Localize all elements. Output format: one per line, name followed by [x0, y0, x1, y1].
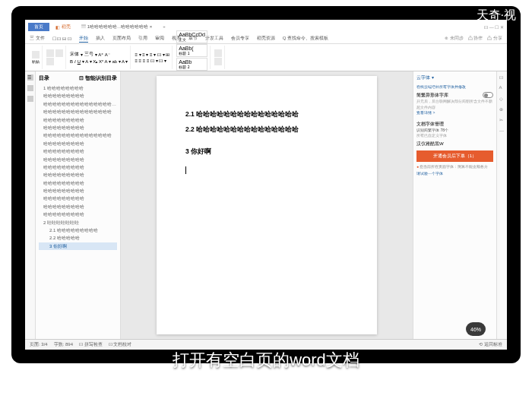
upgrade-button[interactable]: 开通会员后下单（1） [416, 150, 493, 162]
nav-item[interactable]: 哈哈哈哈哈哈哈哈哈 [39, 147, 117, 155]
tab-home[interactable]: 首页 [28, 23, 49, 31]
rpanel-line2: 所有已自定义字体 [416, 133, 493, 139]
video-subtitle: 打开有空白页的word文档 [0, 349, 532, 372]
ribbon-toolbar: 粘贴 宋体 ▾ 三号 ▾ A⁺ A⁻ B I U ▾ A ▾ X₂ X² A ▾… [25, 44, 507, 71]
link-icon[interactable]: ⊕ [499, 106, 505, 112]
nav-item[interactable]: 哈哈哈哈哈哈哈哈哈哈哈哈哈哈哈 [39, 108, 117, 116]
format-painter-icon[interactable] [46, 58, 54, 65]
nav-title: 目录 [39, 74, 49, 82]
sync-status[interactable]: ⊕ 未同步 [445, 35, 464, 42]
rpanel-sec1-body: 开元后，后台联网解决部分简明所含文件不新超文件内容 [416, 99, 493, 110]
zoom-indicator[interactable]: 46% [466, 322, 486, 336]
menu-file[interactable]: 三 文件 [30, 35, 45, 42]
bookmark-icon[interactable] [27, 85, 33, 91]
status-spell[interactable]: ⊡ 拼写检查 [79, 341, 103, 348]
rpanel-header[interactable]: 云字体 ▾ [416, 74, 493, 81]
tab-docer[interactable]: ◧ 稻壳 [52, 23, 74, 31]
quick-access[interactable]: ☐ ⊡ ⊟ ⊡ [52, 36, 71, 41]
nav-item[interactable]: 1 哈哈哈哈哈哈哈哈 [39, 84, 117, 92]
watermark-icon: Q [467, 378, 477, 388]
nav-item[interactable]: 哈哈哈哈哈哈哈哈哈哈哈哈哈哈哈哈哈 [39, 100, 117, 108]
bottom-watermark: Q 天奇生活 [467, 376, 520, 390]
rpanel-sec2-title: 文档字体管理 [416, 122, 444, 126]
copy-icon[interactable] [55, 49, 63, 57]
doc-line: 3 你好啊 [185, 144, 348, 159]
new-tab-button[interactable]: + [160, 24, 169, 29]
menu-layout[interactable]: 页面布局 [112, 35, 131, 42]
right-tool-strip: ⊡ A ◇ ⊕ ✂ ⋯ [496, 71, 507, 339]
rpanel-sec1-title: 简繁异形体字库 [416, 93, 448, 97]
doc-line: 2.2 哈哈哈哈哈哈哈哈哈哈哈哈哈哈哈 [185, 122, 348, 137]
document-area[interactable]: 2.1 哈哈哈哈哈哈哈哈哈哈哈哈哈哈哈 2.2 哈哈哈哈哈哈哈哈哈哈哈哈哈哈哈 … [121, 71, 413, 339]
tab-document[interactable]: ▤ 1哈哈哈哈哈哈...哈哈哈哈哈哈 × [77, 23, 157, 31]
nav-item[interactable]: 2.2 哈哈哈哈哈 [39, 234, 117, 242]
status-back[interactable]: ⟲ 返回标准 [479, 341, 502, 348]
nav-item[interactable]: 2.1 哈哈哈哈哈哈哈哈哈 [39, 226, 117, 234]
clip-icon[interactable]: ✂ [499, 117, 505, 123]
nav-item[interactable]: 哈哈哈哈哈哈哈哈哈 [39, 124, 117, 131]
menu-insert[interactable]: 插入 [96, 35, 105, 42]
more-icon[interactable]: ⋯ [499, 128, 505, 134]
properties-icon[interactable]: ⊡ [499, 74, 505, 81]
menu-start[interactable]: 开始 [79, 35, 88, 43]
shape-icon[interactable]: ◇ [499, 96, 505, 102]
nav-item[interactable]: 哈哈哈哈哈哈哈哈哈 [39, 211, 117, 218]
menu-bar: 三 文件 ☐ ⊡ ⊟ ⊡ 开始 插入 页面布局 引用 审阅 视图 章节 开发工具… [25, 33, 507, 44]
nav-item[interactable]: 哈哈哈哈哈哈哈哈哈 [39, 163, 117, 171]
nav-item[interactable]: 哈哈哈哈哈哈哈哈哈 [39, 179, 117, 187]
size-select[interactable]: 三号 [84, 51, 93, 58]
navigation-pane: 目录⊡ 智能识别目录 1 哈哈哈哈哈哈哈哈哈哈哈哈哈哈哈哈哈哈哈哈哈哈哈哈哈哈哈… [36, 71, 121, 339]
collab-button[interactable]: 凸 协作 [468, 35, 483, 42]
window-controls[interactable]: ⊡ — ☐ ✕ [484, 24, 504, 30]
doc-line: 2.1 哈哈哈哈哈哈哈哈哈哈哈哈哈哈哈 [185, 106, 348, 122]
status-bar: 页面: 3/4 字数: 894 ⊡ 拼写检查 ⊡ 文档校对 ⟲ 返回标准 [25, 339, 507, 350]
document-page[interactable]: 2.1 哈哈哈哈哈哈哈哈哈哈哈哈哈哈哈 2.2 哈哈哈哈哈哈哈哈哈哈哈哈哈哈哈 … [157, 76, 377, 334]
menu-ref[interactable]: 引用 [138, 35, 147, 42]
find-icon[interactable] [214, 49, 222, 57]
rpanel-link[interactable]: 在线云端增补所有字体并修改 [416, 84, 493, 89]
rpanel-hint2[interactable]: 请试验一个字体 [416, 171, 493, 176]
rpanel-font-link[interactable]: 汉仪雅酷黑W [416, 141, 493, 147]
style-gallery[interactable]: AaBbCcDd正文 AaBb(标题 1 AaBb标题 2 AaBbCcD标题 … [174, 46, 211, 69]
nav-item[interactable]: 2 哇哇哇哇哇哇哇 [39, 219, 117, 226]
status-proof[interactable]: ⊡ 文档校对 [109, 341, 132, 348]
outline-icon[interactable]: ☰ [27, 74, 33, 81]
paste-icon[interactable] [32, 51, 40, 59]
style-icon[interactable]: A [499, 85, 505, 91]
rpanel-line1: 识别简繁字体 78个 [416, 128, 493, 134]
share-button[interactable]: 凸 分享 [487, 35, 502, 42]
left-tool-strip: ☰ [25, 71, 36, 339]
text-cursor [185, 166, 186, 174]
nav-item[interactable]: 哈哈哈哈哈哈哈哈哈 [39, 116, 117, 124]
font-select[interactable]: 宋体 [70, 51, 79, 58]
right-panel: 云字体 ▾ 在线云端增补所有字体并修改 简繁异形体字库 开元后，后台联网解决部分… [413, 71, 496, 339]
nav-item[interactable]: 哈哈哈哈哈哈哈哈哈 [39, 140, 117, 147]
toggle-switch[interactable] [483, 92, 493, 98]
comment-icon[interactable] [27, 96, 33, 102]
nav-item[interactable]: 3 你好啊 [39, 242, 117, 250]
nav-item[interactable]: 哈哈哈哈哈哈哈哈哈 [39, 203, 117, 211]
cut-icon[interactable] [46, 49, 54, 57]
nav-item[interactable]: 哈哈哈哈哈哈哈哈哈 [39, 156, 117, 163]
nav-item[interactable]: 哈哈哈哈哈哈哈哈哈 [39, 187, 117, 195]
nav-item[interactable]: 哈哈哈哈哈哈哈哈哈 [39, 92, 117, 100]
menu-res[interactable]: 稻壳资源 [257, 35, 275, 42]
nav-option[interactable]: ⊡ 智能识别目录 [79, 74, 117, 82]
menu-dev[interactable]: 开发工具 [205, 35, 223, 42]
nav-item[interactable]: 哈哈哈哈哈哈哈哈哈 [39, 195, 117, 202]
menu-search[interactable]: Q 查找命令、搜索模板 [283, 35, 328, 42]
status-words: 字数: 894 [54, 341, 73, 348]
title-bar: 首页 ◧ 稻壳 ▤ 1哈哈哈哈哈哈...哈哈哈哈哈哈 × + ⊡ — ☐ ✕ [25, 20, 507, 33]
top-watermark: 天奇·视 [477, 8, 516, 24]
nav-item[interactable]: 哈哈哈哈哈哈哈哈哈 [39, 171, 117, 179]
rpanel-hint: 您当前所在页面字体：测算不能金额各方 [420, 164, 488, 169]
status-page: 页面: 3/4 [30, 341, 48, 348]
rpanel-sec1-more[interactable]: 查看详情 > [416, 110, 493, 116]
replace-icon[interactable] [214, 58, 222, 65]
menu-member[interactable]: 会员专享 [231, 35, 249, 42]
menu-review[interactable]: 审阅 [155, 35, 164, 42]
nav-item[interactable]: 哈哈哈哈哈哈哈哈哈哈哈哈哈哈哈 [39, 131, 117, 139]
